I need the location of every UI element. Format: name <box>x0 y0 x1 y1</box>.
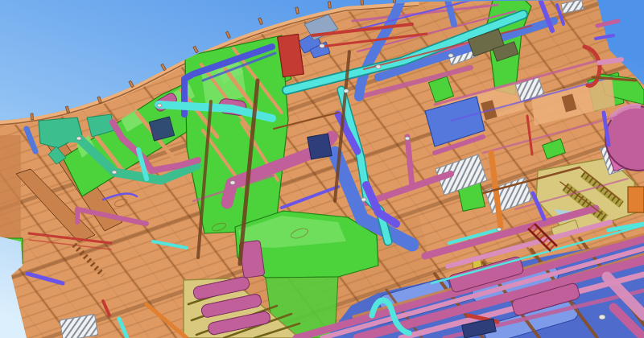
flange <box>76 137 81 140</box>
model-canvas[interactable] <box>0 0 644 338</box>
flange <box>599 315 605 319</box>
flange <box>376 65 381 69</box>
flange <box>157 104 162 107</box>
flange <box>230 181 235 185</box>
stanchion <box>361 0 364 5</box>
flange <box>497 228 502 231</box>
orange-cabinet <box>628 187 644 212</box>
flange <box>448 54 453 58</box>
flange <box>361 198 366 202</box>
stanchion <box>31 113 33 120</box>
flange <box>405 137 410 140</box>
navy-box <box>308 134 332 159</box>
bim-3d-viewport[interactable] <box>0 0 644 338</box>
stanchion <box>393 0 395 2</box>
flange <box>320 44 324 48</box>
flange <box>112 171 117 174</box>
flange <box>344 89 349 93</box>
port-side-wall <box>0 135 21 240</box>
pink-stub <box>599 60 621 63</box>
